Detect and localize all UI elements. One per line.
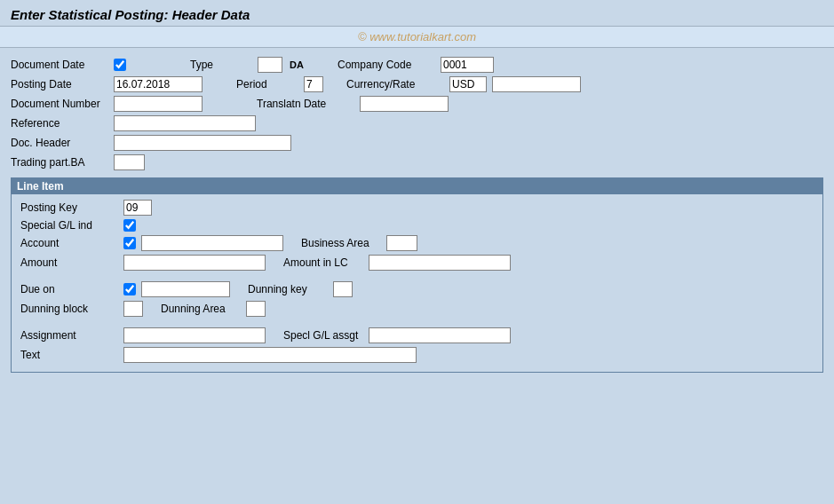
doc-date-label: Document Date: [11, 59, 108, 71]
reference-label: Reference: [11, 117, 108, 130]
dunning-block-col: Dunning block: [20, 301, 143, 317]
amount-lc-input[interactable]: [369, 255, 511, 271]
assignment-col: Assignment: [20, 327, 266, 343]
company-code-label: Company Code: [338, 59, 435, 71]
rate-input[interactable]: [492, 76, 581, 92]
specl-gl-label: Specl G/L assgt: [283, 329, 363, 342]
header-section: Document Date Type DA Company Code Posti…: [11, 57, 823, 170]
amount-input[interactable]: [123, 255, 266, 271]
trading-part-input[interactable]: [114, 154, 145, 170]
row-document-date: Document Date Type DA Company Code: [11, 57, 823, 73]
row-text: Text: [20, 347, 814, 363]
doc-number-input[interactable]: [114, 96, 203, 112]
row-amount: Amount Amount in LC: [20, 255, 814, 271]
dunning-block-input[interactable]: [123, 301, 143, 317]
line-item-section: Line Item Posting Key Special G/L ind Ac…: [11, 177, 823, 373]
currency-input[interactable]: [449, 76, 487, 92]
doc-header-label: Doc. Header: [11, 137, 108, 149]
dunning-key-label: Dunning key: [248, 283, 328, 295]
account-input[interactable]: [141, 235, 283, 251]
row-assignment: Assignment Specl G/L assgt: [20, 327, 814, 343]
row-posting-date: Posting Date Period Currency/Rate: [11, 76, 823, 92]
row-trading-part: Trading part.BA: [11, 154, 823, 170]
specl-gl-col: Specl G/L assgt: [283, 327, 511, 343]
doc-number-label: Document Number: [11, 98, 108, 110]
dunning-block-label: Dunning block: [20, 303, 118, 315]
type-value: DA: [288, 59, 306, 70]
line-item-header: Line Item: [12, 178, 822, 194]
business-area-col: Business Area: [301, 235, 417, 251]
due-on-col: Due on: [20, 281, 230, 297]
reference-input[interactable]: [114, 115, 256, 131]
text-input[interactable]: [123, 347, 417, 363]
posting-key-label: Posting Key: [20, 201, 118, 214]
posting-key-input[interactable]: [123, 200, 152, 216]
translation-date-input[interactable]: [360, 96, 449, 112]
assignment-input[interactable]: [123, 327, 266, 343]
amount-col: Amount: [20, 255, 266, 271]
row-posting-key: Posting Key: [20, 200, 814, 216]
dunning-key-input[interactable]: [333, 281, 353, 297]
special-gl-label: Special G/L ind: [20, 219, 118, 232]
dunning-area-label: Dunning Area: [161, 303, 241, 315]
amount-label: Amount: [20, 256, 118, 269]
amount-lc-label: Amount in LC: [283, 256, 363, 269]
row-special-gl: Special G/L ind: [20, 219, 814, 232]
doc-date-checkbox[interactable]: [114, 59, 126, 71]
trading-part-label: Trading part.BA: [11, 156, 108, 169]
row-dunning-block: Dunning block Dunning Area: [20, 301, 814, 317]
text-label: Text: [20, 349, 118, 361]
currency-rate-label: Currency/Rate: [346, 78, 444, 91]
account-checkbox[interactable]: [123, 237, 136, 249]
due-on-label: Due on: [20, 283, 118, 295]
watermark: © www.tutorialkart.com: [0, 27, 834, 48]
dunning-key-col: Dunning key: [248, 281, 353, 297]
posting-date-label: Posting Date: [11, 78, 108, 91]
row-reference: Reference: [11, 115, 823, 131]
type-label: Type: [190, 59, 252, 71]
row-doc-number: Document Number Translatn Date: [11, 96, 823, 112]
dunning-area-input[interactable]: [246, 301, 266, 317]
main-content: Document Date Type DA Company Code Posti…: [0, 48, 834, 382]
due-on-input[interactable]: [141, 281, 230, 297]
line-item-body: Posting Key Special G/L ind Account Busi…: [12, 194, 822, 372]
special-gl-checkbox[interactable]: [123, 219, 136, 232]
type-input[interactable]: [258, 57, 282, 73]
due-on-checkbox[interactable]: [123, 283, 136, 295]
account-label: Account: [20, 237, 118, 249]
row-due-on: Due on Dunning key: [20, 281, 814, 297]
row-account: Account Business Area: [20, 235, 814, 251]
page-title: Enter Statistical Posting: Header Data: [0, 0, 834, 27]
company-code-input[interactable]: [441, 57, 494, 73]
translation-date-label: Translatn Date: [257, 98, 354, 110]
row-doc-header: Doc. Header: [11, 135, 823, 151]
posting-date-input[interactable]: [114, 76, 203, 92]
business-area-input[interactable]: [386, 235, 417, 251]
account-col: Account: [20, 235, 283, 251]
period-label: Period: [236, 78, 298, 91]
amount-lc-col: Amount in LC: [283, 255, 511, 271]
doc-header-input[interactable]: [114, 135, 291, 151]
dunning-area-col: Dunning Area: [161, 301, 266, 317]
specl-gl-input[interactable]: [369, 327, 511, 343]
business-area-label: Business Area: [301, 237, 381, 249]
period-input[interactable]: [304, 76, 323, 92]
assignment-label: Assignment: [20, 329, 118, 342]
